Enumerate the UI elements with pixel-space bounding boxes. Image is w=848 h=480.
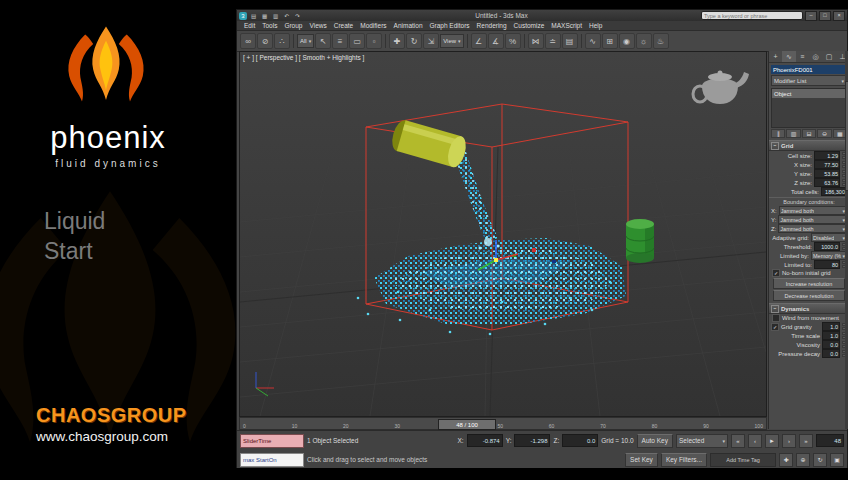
save-file-icon[interactable]: ▥ bbox=[271, 12, 280, 20]
unlink-icon[interactable]: ⊘ bbox=[257, 33, 273, 49]
tab-create-icon[interactable]: + bbox=[769, 51, 782, 62]
limited-by-dropdown[interactable]: Memory (% bbox=[811, 251, 847, 260]
link-icon[interactable]: ∞ bbox=[240, 33, 256, 49]
tab-motion-icon[interactable]: ◎ bbox=[809, 51, 822, 62]
tab-hierarchy-icon[interactable]: ≡ bbox=[796, 51, 809, 62]
pressure-decay-field[interactable]: 0.0 bbox=[822, 349, 840, 358]
x-size-field[interactable]: 77.50 bbox=[814, 160, 840, 169]
maxscript-macro-line[interactable]: SliderTime bbox=[240, 434, 304, 448]
new-file-icon[interactable]: ▤ bbox=[249, 12, 258, 20]
window-crossing-icon[interactable]: ▫ bbox=[366, 33, 382, 49]
align-icon[interactable]: ≐ bbox=[545, 33, 561, 49]
checkbox-icon[interactable] bbox=[772, 314, 780, 322]
time-slider-handle[interactable]: 48 / 100 bbox=[438, 419, 496, 430]
render-production-icon[interactable]: ♨ bbox=[653, 33, 669, 49]
layer-manager-icon[interactable]: ▤ bbox=[562, 33, 578, 49]
object-name-field[interactable]: PhoenixFD001 bbox=[771, 65, 847, 74]
next-frame-icon[interactable]: › bbox=[782, 434, 796, 448]
y-coord-field[interactable]: -1.298 bbox=[514, 434, 550, 447]
menu-tools[interactable]: Tools bbox=[259, 22, 280, 29]
snap-toggle-icon[interactable]: ∠ bbox=[471, 33, 487, 49]
z-size-field[interactable]: 63.76 bbox=[814, 178, 840, 187]
rollout-dynamics[interactable]: − Dynamics bbox=[769, 303, 848, 314]
increase-resolution-button[interactable]: Increase resolution bbox=[773, 278, 845, 289]
bind-to-space-warp-icon[interactable]: ∴ bbox=[274, 33, 290, 49]
initial-grid-checkbox-row[interactable]: No-born initial grid bbox=[769, 269, 848, 277]
menu-animation[interactable]: Animation bbox=[391, 22, 426, 29]
menu-group[interactable]: Group bbox=[281, 22, 305, 29]
mirror-icon[interactable]: ⋈ bbox=[528, 33, 544, 49]
add-time-tag[interactable]: Add Time Tag bbox=[710, 453, 776, 467]
maximize-viewport-icon[interactable]: ▣ bbox=[830, 453, 844, 467]
search-input[interactable] bbox=[701, 11, 803, 20]
viewport-label[interactable]: [ + ] [ Perspective ] [ Smooth + Highlig… bbox=[243, 54, 364, 61]
go-to-end-icon[interactable]: » bbox=[799, 434, 813, 448]
open-file-icon[interactable]: ▦ bbox=[260, 12, 269, 20]
threshold-field[interactable]: 1000.0 bbox=[814, 242, 840, 251]
decrease-resolution-button[interactable]: Decrease resolution bbox=[773, 290, 845, 301]
collapse-icon[interactable]: − bbox=[771, 305, 779, 313]
menu-customize[interactable]: Customize bbox=[511, 22, 548, 29]
current-frame-field[interactable]: 48 bbox=[816, 434, 844, 447]
wind-checkbox-row[interactable]: Wind from movement bbox=[769, 314, 848, 322]
zoom-view-icon[interactable]: ⊕ bbox=[796, 453, 810, 467]
redo-icon[interactable]: ↷ bbox=[293, 12, 302, 20]
boundary-x-dropdown[interactable]: Jammed both bbox=[779, 206, 847, 215]
adaptive-grid-dropdown[interactable]: Disabled bbox=[811, 233, 847, 242]
menu-views[interactable]: Views bbox=[306, 22, 329, 29]
z-coord-field[interactable]: 0.0 bbox=[562, 434, 598, 447]
y-size-field[interactable]: 53.85 bbox=[814, 169, 840, 178]
tab-modify-icon[interactable]: ∿ bbox=[782, 51, 795, 62]
menu-maxscript[interactable]: MAXScript bbox=[548, 22, 585, 29]
checkbox-icon[interactable] bbox=[771, 323, 779, 331]
app-icon[interactable]: 3 bbox=[239, 12, 247, 20]
select-scale-icon[interactable]: ⇲ bbox=[423, 33, 439, 49]
cell-size-field[interactable]: 1.29 bbox=[814, 151, 840, 160]
boundary-y-dropdown[interactable]: Jammed both bbox=[778, 215, 847, 224]
rollout-grid[interactable]: − Grid bbox=[769, 140, 848, 151]
select-by-name-icon[interactable]: ≡ bbox=[332, 33, 348, 49]
barrel-object[interactable] bbox=[626, 219, 654, 263]
make-unique-icon[interactable]: ⊟ bbox=[802, 129, 816, 138]
pan-view-icon[interactable]: ✚ bbox=[779, 453, 793, 467]
time-slider[interactable]: 0 10 20 30 40 50 60 70 80 90 100 48 / 10… bbox=[239, 417, 767, 430]
material-editor-icon[interactable]: ◉ bbox=[619, 33, 635, 49]
angle-snap-icon[interactable]: ∡ bbox=[488, 33, 504, 49]
set-key-button[interactable]: Set Key bbox=[625, 453, 658, 467]
schematic-view-icon[interactable]: ⊞ bbox=[602, 33, 618, 49]
undo-icon[interactable]: ↶ bbox=[282, 12, 291, 20]
show-end-result-icon[interactable]: ▥ bbox=[786, 129, 800, 138]
close-icon[interactable]: × bbox=[833, 11, 845, 21]
key-filters-button[interactable]: Key Filters... bbox=[661, 453, 707, 467]
viscosity-field[interactable]: 0.0 bbox=[822, 340, 840, 349]
reference-coordinate-dropdown[interactable]: View bbox=[440, 34, 463, 48]
select-move-icon[interactable]: ✚ bbox=[389, 33, 405, 49]
auto-key-button[interactable]: Auto Key bbox=[637, 434, 673, 448]
percent-snap-icon[interactable]: % bbox=[505, 33, 521, 49]
selection-filter-dropdown[interactable]: All bbox=[297, 34, 314, 48]
gravity-field[interactable]: 1.0 bbox=[822, 322, 840, 331]
x-coord-field[interactable]: -0.874 bbox=[467, 434, 503, 447]
modifier-list-dropdown[interactable]: Modifier List bbox=[771, 75, 847, 86]
menu-edit[interactable]: Edit bbox=[241, 22, 258, 29]
pin-stack-icon[interactable]: ∥ bbox=[771, 129, 785, 138]
stack-item-object[interactable]: Object bbox=[772, 89, 846, 98]
tab-display-icon[interactable]: ▢ bbox=[822, 51, 835, 62]
menu-modifiers[interactable]: Modifiers bbox=[357, 22, 389, 29]
key-mode-dropdown[interactable]: Selected bbox=[676, 434, 728, 448]
menu-help[interactable]: Help bbox=[586, 22, 605, 29]
select-rotate-icon[interactable]: ↻ bbox=[406, 33, 422, 49]
go-to-start-icon[interactable]: « bbox=[731, 434, 745, 448]
menu-create[interactable]: Create bbox=[331, 22, 357, 29]
maximize-icon[interactable]: □ bbox=[819, 11, 831, 21]
rectangular-selection-icon[interactable]: ▭ bbox=[349, 33, 365, 49]
viewport-scene[interactable] bbox=[240, 52, 766, 416]
time-scale-field[interactable]: 1.0 bbox=[822, 331, 840, 340]
orbit-view-icon[interactable]: ↻ bbox=[813, 453, 827, 467]
maxscript-listener-line[interactable]: max StartOn bbox=[240, 453, 304, 467]
limited-to-field[interactable]: 80 bbox=[814, 260, 840, 269]
collapse-icon[interactable]: − bbox=[771, 142, 779, 150]
menu-graph-editors[interactable]: Graph Editors bbox=[427, 22, 473, 29]
checkbox-icon[interactable] bbox=[772, 269, 780, 277]
render-setup-icon[interactable]: ☼ bbox=[636, 33, 652, 49]
